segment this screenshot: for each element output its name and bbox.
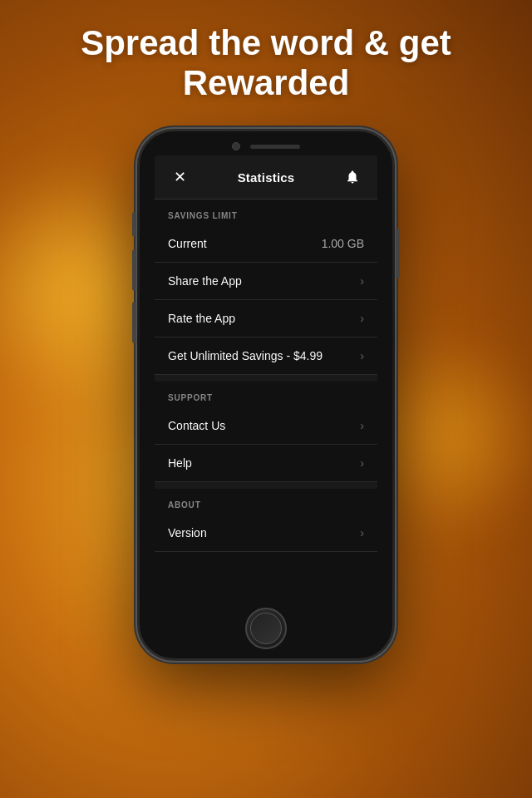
side-button-vol-up xyxy=(132,249,136,291)
menu-item-contact-label: Contact Us xyxy=(168,419,225,432)
hero-text: Spread the word & get Rewarded xyxy=(0,23,532,104)
camera-dot xyxy=(232,142,240,150)
menu-item-rate-the-app[interactable]: Rate the App › xyxy=(155,300,377,337)
home-button-inner xyxy=(250,613,282,644)
phone-shell: ✕ Statistics SAVINGS LIMIT Current 1.00 … xyxy=(137,129,395,661)
menu-item-contact-us[interactable]: Contact Us › xyxy=(155,407,377,445)
bell-button[interactable] xyxy=(341,165,364,189)
menu-item-get-unlimited-savings[interactable]: Get Unlimited Savings - $4.99 › xyxy=(155,337,377,375)
screen-title: Statistics xyxy=(238,170,295,185)
hero-line1: Spread the word & get xyxy=(81,23,451,62)
chevron-right-icon: › xyxy=(360,526,364,539)
chevron-right-icon: › xyxy=(360,312,364,325)
side-button-vol-down xyxy=(132,302,136,343)
speaker-bar xyxy=(250,145,300,149)
menu-item-current-value: 1.00 GB xyxy=(322,237,364,250)
close-button[interactable]: ✕ xyxy=(168,165,191,189)
menu-item-current: Current 1.00 GB xyxy=(155,225,377,263)
hero-line2: Rewarded xyxy=(183,63,350,102)
menu-item-rate-label: Rate the App xyxy=(168,312,235,325)
phone-top-bar xyxy=(137,129,395,155)
menu-item-share-label: Share the App xyxy=(168,274,242,288)
menu-item-unlimited-label: Get Unlimited Savings - $4.99 xyxy=(168,349,323,362)
menu-item-version-label: Version xyxy=(168,526,207,539)
section-label-about: ABOUT xyxy=(155,489,377,515)
section-divider-2 xyxy=(155,482,377,489)
section-label-savings-limit: SAVINGS LIMIT xyxy=(155,200,377,225)
menu-item-share-the-app[interactable]: Share the App › xyxy=(155,263,377,300)
chevron-right-icon: › xyxy=(360,349,364,362)
menu-item-current-label: Current xyxy=(168,237,207,250)
chevron-right-icon: › xyxy=(360,419,364,432)
section-divider-1 xyxy=(155,375,377,382)
app-header: ✕ Statistics xyxy=(155,155,377,200)
chevron-right-icon: › xyxy=(360,274,364,288)
menu-item-help[interactable]: Help › xyxy=(155,445,377,482)
menu-item-help-label: Help xyxy=(168,456,192,470)
section-label-support: SUPPORT xyxy=(155,382,377,407)
side-button-mute xyxy=(132,212,136,237)
chevron-right-icon: › xyxy=(360,456,364,470)
menu-item-version[interactable]: Version › xyxy=(155,515,377,552)
phone-screen: ✕ Statistics SAVINGS LIMIT Current 1.00 … xyxy=(155,155,377,601)
home-button[interactable] xyxy=(245,608,287,649)
